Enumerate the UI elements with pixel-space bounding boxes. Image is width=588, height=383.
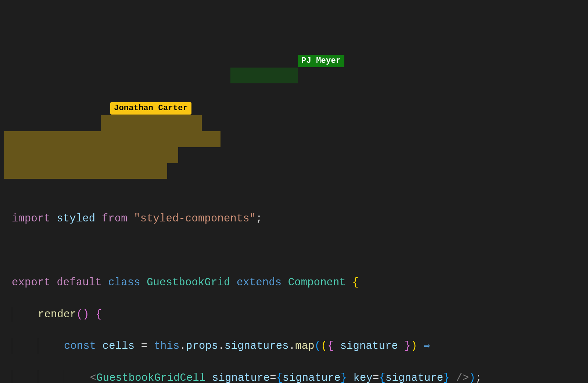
remote-selection-yellow: [101, 115, 202, 131]
remote-cursor-label-pj: PJ Meyer: [298, 55, 344, 67]
remote-cursor-label-jonathan: Jonathan Carter: [110, 102, 191, 115]
code-line[interactable]: render() {: [12, 307, 588, 322]
remote-selection-yellow: [4, 131, 220, 147]
code-line[interactable]: export default class GuestbookGrid exten…: [12, 275, 588, 290]
remote-selection-yellow: [4, 163, 167, 179]
code-line[interactable]: <GuestbookGridCell signature={signature}…: [12, 370, 588, 383]
remote-selection-yellow: [4, 147, 178, 163]
code-line[interactable]: [12, 243, 588, 259]
remote-selection-green: [230, 68, 298, 83]
code-line[interactable]: import styled from "styled-components";: [12, 211, 588, 227]
code-editor[interactable]: PJ Meyer Jonathan Carter import styled f…: [0, 0, 588, 383]
code-line[interactable]: const cells = this.props.signatures.map(…: [12, 338, 588, 354]
